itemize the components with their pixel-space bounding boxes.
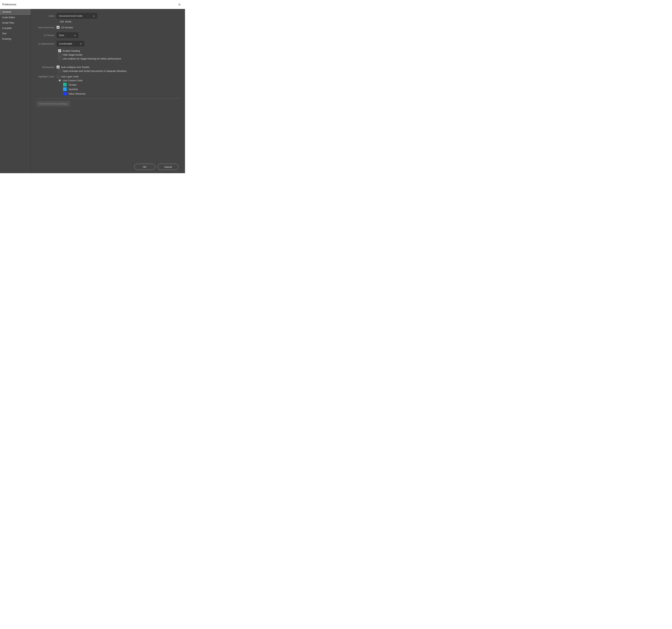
sidebar-item-general[interactable]: General — [0, 9, 30, 15]
cancel-button[interactable]: Cancel — [158, 164, 178, 170]
undo-levels-word: levels — [65, 20, 71, 23]
other-elements-color-swatch[interactable] — [63, 92, 67, 95]
sidebar-item-label: Drawing — [2, 38, 11, 40]
undo-label: Undo: — [36, 15, 56, 17]
chevron-down-icon — [93, 15, 95, 17]
use-custom-color-label: Use Custom Color — [63, 79, 83, 82]
sidebar-item-label: General — [2, 10, 11, 13]
groups-color-label: Groups — [69, 83, 76, 86]
ui-theme-label: UI Theme: — [36, 34, 56, 37]
enable-shading-checkbox[interactable] — [58, 49, 61, 52]
workspace-label: Workspace: — [36, 66, 56, 68]
main-panel: Undo: Document-level Undo 100 levels Aut… — [30, 9, 185, 173]
use-layer-color-radio[interactable] — [56, 75, 59, 78]
auto-collapse-checkbox[interactable] — [56, 66, 59, 68]
auto-recovery-checkbox[interactable] — [56, 26, 59, 29]
ui-appearance-value: Comfortable — [59, 42, 72, 45]
hide-stage-border-checkbox[interactable] — [58, 53, 61, 56]
use-custom-color-radio[interactable] — [58, 79, 61, 82]
ok-button[interactable]: OK — [134, 164, 155, 170]
sidebar-item-script-files[interactable]: Script Files — [0, 20, 30, 25]
reset-warnings-button[interactable]: Reset All Warning Dialogs — [36, 101, 70, 107]
titlebar: Preferences — [0, 0, 185, 9]
groups-color-swatch[interactable] — [63, 83, 67, 86]
sidebar-item-code-editor[interactable]: Code Editor — [0, 15, 30, 20]
ui-theme-dropdown[interactable]: Dark — [56, 32, 78, 38]
sidebar-item-label: Code Editor — [2, 16, 15, 19]
dialog-body: General Code Editor Script Files Compile… — [0, 9, 185, 173]
undo-value: Document-level Undo — [59, 15, 82, 17]
auto-recovery-label: Auto-Recovery: — [36, 26, 56, 29]
undo-levels-count[interactable]: 100 — [58, 20, 64, 23]
footer: OK Cancel — [36, 164, 180, 173]
window-title: Preferences — [2, 3, 16, 6]
highlight-color-label: Highlight Color: — [36, 75, 56, 78]
hide-stage-border-label: Hide Stage border — [63, 53, 82, 56]
separate-windows-checkbox[interactable] — [58, 69, 61, 72]
auto-recovery-text: 10 minutes — [61, 26, 73, 29]
undo-levels: 100 levels — [58, 20, 180, 23]
symbols-color-label: Symbols — [69, 88, 78, 91]
sidebar-item-compiler[interactable]: Compiler — [0, 25, 30, 31]
sidebar: General Code Editor Script Files Compile… — [0, 9, 30, 173]
sidebar-item-text[interactable]: Text — [0, 31, 30, 36]
sidebar-item-label: Compiler — [2, 27, 12, 29]
close-icon — [178, 3, 181, 6]
separate-windows-label: Open Animate and Script Documents in Sep… — [63, 70, 127, 72]
undo-dropdown[interactable]: Document-level Undo — [56, 13, 97, 19]
ui-appearance-label: UI Appearance: — [36, 42, 56, 45]
use-layer-color-label: Use Layer Color — [61, 75, 79, 78]
sidebar-item-drawing[interactable]: Drawing — [0, 36, 30, 42]
symbols-color-swatch[interactable] — [63, 87, 67, 91]
chevron-down-icon — [74, 34, 76, 36]
sidebar-item-label: Script Files — [2, 21, 14, 24]
chevron-down-icon — [80, 43, 82, 45]
other-elements-color-label: Other Elements — [69, 92, 86, 95]
use-outlines-label: Use outlines for Stage Panning for bette… — [63, 57, 121, 60]
enable-shading-label: Enable Shading — [63, 49, 80, 52]
sidebar-item-label: Text — [2, 32, 7, 35]
use-outlines-checkbox[interactable] — [58, 57, 61, 60]
ui-theme-value: Dark — [59, 34, 64, 37]
ui-appearance-dropdown[interactable]: Comfortable — [56, 41, 84, 46]
auto-collapse-label: Auto-collapse Icon Panels — [61, 66, 89, 68]
close-button[interactable] — [176, 1, 183, 8]
form-area: Undo: Document-level Undo 100 levels Aut… — [36, 13, 180, 164]
